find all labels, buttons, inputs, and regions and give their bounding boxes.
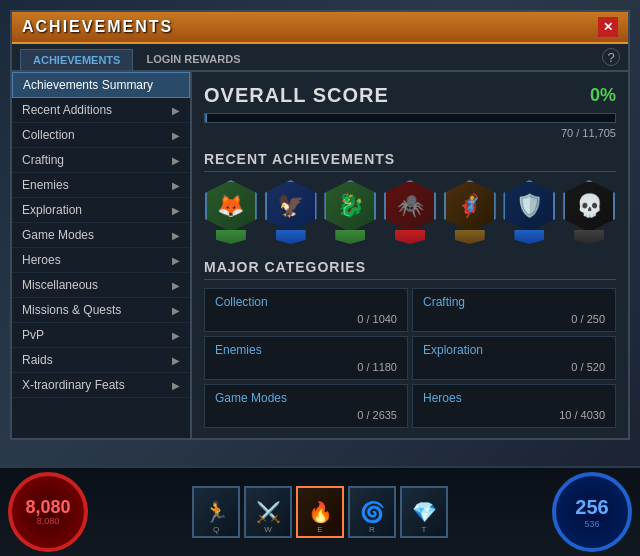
- right-score-value: 256: [575, 496, 608, 519]
- sidebar-item-missions-quests[interactable]: Missions & Quests ▶: [12, 298, 190, 323]
- slot-icon-3: 🌀: [360, 500, 385, 524]
- chevron-right-icon: ▶: [172, 255, 180, 266]
- sidebar-item-x-feats[interactable]: X-traordinary Feats ▶: [12, 373, 190, 398]
- right-score-bg: 256 536: [552, 472, 632, 552]
- bottom-bar: 8,080 8,080 🏃 Q ⚔️ W 🔥 E 🌀 R 💎 T 256 536: [0, 466, 640, 556]
- chevron-right-icon: ▶: [172, 380, 180, 391]
- sidebar-item-summary[interactable]: Achievements Summary: [12, 72, 190, 98]
- help-button[interactable]: ?: [602, 48, 620, 66]
- right-score-circle: 256 536: [552, 472, 632, 552]
- inventory-slot-3[interactable]: 🌀 R: [348, 486, 396, 538]
- category-exploration[interactable]: Exploration 0 / 520: [412, 336, 616, 380]
- ribbon-3: [395, 230, 425, 244]
- category-collection-name: Collection: [215, 295, 397, 309]
- achievement-icon-1[interactable]: 🦅: [264, 180, 318, 245]
- slot-key-4: T: [422, 525, 427, 534]
- chevron-right-icon: ▶: [172, 280, 180, 291]
- left-score-sub: 8,080: [37, 516, 60, 526]
- tab-bar: ACHIEVEMENTS LOGIN REWARDS ?: [12, 44, 628, 72]
- sidebar-item-miscellaneous[interactable]: Miscellaneous ▶: [12, 273, 190, 298]
- category-enemies[interactable]: Enemies 0 / 1180: [204, 336, 408, 380]
- category-collection-score: 0 / 1040: [215, 313, 397, 325]
- chevron-right-icon: ▶: [172, 230, 180, 241]
- category-game-modes[interactable]: Game Modes 0 / 2635: [204, 384, 408, 428]
- achievement-icon-3[interactable]: 🕷️: [383, 180, 437, 245]
- badge-3: 🕷️: [384, 180, 436, 232]
- category-game-modes-name: Game Modes: [215, 391, 397, 405]
- score-bar-fill: [205, 114, 207, 122]
- sidebar-item-enemies[interactable]: Enemies ▶: [12, 173, 190, 198]
- sidebar-item-heroes[interactable]: Heroes ▶: [12, 248, 190, 273]
- chevron-right-icon: ▶: [172, 180, 180, 191]
- left-score-bg: 8,080 8,080: [8, 472, 88, 552]
- overall-score-percentage: 0%: [590, 85, 616, 106]
- tab-achievements[interactable]: ACHIEVEMENTS: [20, 49, 133, 70]
- slot-icon-0: 🏃: [204, 500, 229, 524]
- ribbon-2: [335, 230, 365, 244]
- chevron-right-icon: ▶: [172, 355, 180, 366]
- sidebar-item-crafting[interactable]: Crafting ▶: [12, 148, 190, 173]
- slot-icon-1: ⚔️: [256, 500, 281, 524]
- ribbon-6: [574, 230, 604, 244]
- sidebar-item-exploration[interactable]: Exploration ▶: [12, 198, 190, 223]
- inventory-slot-0[interactable]: 🏃 Q: [192, 486, 240, 538]
- sidebar-item-collection[interactable]: Collection ▶: [12, 123, 190, 148]
- slot-key-1: W: [264, 525, 272, 534]
- category-collection[interactable]: Collection 0 / 1040: [204, 288, 408, 332]
- score-progress-bar: [204, 113, 616, 123]
- achievements-panel: ACHIEVEMENTS ✕ ACHIEVEMENTS LOGIN REWARD…: [10, 10, 630, 440]
- chevron-right-icon: ▶: [172, 205, 180, 216]
- badge-0: 🦊: [205, 180, 257, 232]
- inventory-slot-2[interactable]: 🔥 E: [296, 486, 344, 538]
- title-bar: ACHIEVEMENTS ✕: [12, 12, 628, 44]
- achievement-icon-2[interactable]: 🐉: [323, 180, 377, 245]
- ribbon-0: [216, 230, 246, 244]
- categories-grid: Collection 0 / 1040 Crafting 0 / 250 Ene…: [204, 288, 616, 428]
- inventory-slot-1[interactable]: ⚔️ W: [244, 486, 292, 538]
- chevron-right-icon: ▶: [172, 130, 180, 141]
- close-button[interactable]: ✕: [598, 17, 618, 37]
- slot-key-2: E: [317, 525, 322, 534]
- chevron-right-icon: ▶: [172, 155, 180, 166]
- tab-login-rewards[interactable]: LOGIN REWARDS: [133, 48, 253, 70]
- overall-score-section: OVERALL SCORE 0%: [204, 84, 616, 107]
- right-score-sub: 536: [584, 519, 599, 529]
- category-enemies-score: 0 / 1180: [215, 361, 397, 373]
- chevron-right-icon: ▶: [172, 330, 180, 341]
- sidebar-item-game-modes[interactable]: Game Modes ▶: [12, 223, 190, 248]
- category-crafting[interactable]: Crafting 0 / 250: [412, 288, 616, 332]
- achievement-icon-6[interactable]: 💀: [562, 180, 616, 245]
- achievement-icon-4[interactable]: 🦸: [443, 180, 497, 245]
- slot-icon-4: 💎: [412, 500, 437, 524]
- achievement-icons-row: 🦊 🦅 🐉 🕷️ 🦸: [204, 180, 616, 245]
- inventory-bar: 🏃 Q ⚔️ W 🔥 E 🌀 R 💎 T: [88, 486, 552, 538]
- badge-1: 🦅: [265, 180, 317, 232]
- sidebar: Achievements Summary Recent Additions ▶ …: [12, 72, 192, 438]
- main-content: OVERALL SCORE 0% 70 / 11,705 RECENT ACHI…: [192, 72, 628, 438]
- chevron-right-icon: ▶: [172, 105, 180, 116]
- overall-score-title: OVERALL SCORE: [204, 84, 389, 107]
- score-values: 70 / 11,705: [204, 127, 616, 139]
- ribbon-5: [514, 230, 544, 244]
- category-exploration-name: Exploration: [423, 343, 605, 357]
- sidebar-item-pvp[interactable]: PvP ▶: [12, 323, 190, 348]
- category-enemies-name: Enemies: [215, 343, 397, 357]
- category-exploration-score: 0 / 520: [423, 361, 605, 373]
- category-heroes-name: Heroes: [423, 391, 605, 405]
- category-heroes[interactable]: Heroes 10 / 4030: [412, 384, 616, 428]
- recent-achievements-title: RECENT ACHIEVEMENTS: [204, 151, 616, 172]
- slot-key-0: Q: [213, 525, 219, 534]
- category-heroes-score: 10 / 4030: [423, 409, 605, 421]
- left-score-circle: 8,080 8,080: [8, 472, 88, 552]
- badge-6: 💀: [563, 180, 615, 232]
- category-crafting-score: 0 / 250: [423, 313, 605, 325]
- major-categories-title: MAJOR CATEGORIES: [204, 259, 616, 280]
- ribbon-4: [455, 230, 485, 244]
- sidebar-item-raids[interactable]: Raids ▶: [12, 348, 190, 373]
- category-crafting-name: Crafting: [423, 295, 605, 309]
- inventory-slot-4[interactable]: 💎 T: [400, 486, 448, 538]
- content-area: Achievements Summary Recent Additions ▶ …: [12, 72, 628, 438]
- sidebar-item-recent-additions[interactable]: Recent Additions ▶: [12, 98, 190, 123]
- achievement-icon-5[interactable]: 🛡️: [503, 180, 557, 245]
- achievement-icon-0[interactable]: 🦊: [204, 180, 258, 245]
